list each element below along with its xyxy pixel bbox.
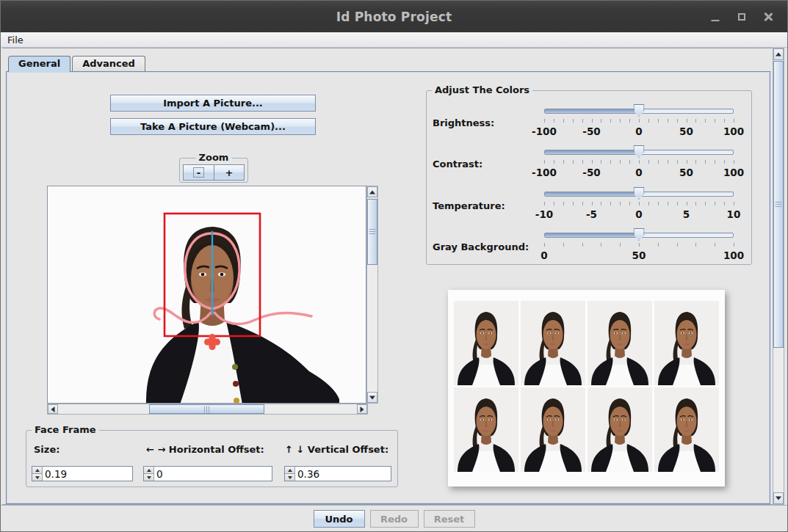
- contrast-label: Contrast:: [433, 158, 482, 170]
- scroll-left-button[interactable]: [48, 404, 58, 414]
- slider-tick: [601, 160, 601, 164]
- slider-tick: [544, 119, 545, 123]
- import-picture-button[interactable]: Import A Picture...: [110, 95, 316, 112]
- slider-brightness: Brightness: -100-50050100: [427, 101, 751, 142]
- app-vscroll-thumb[interactable]: [773, 61, 784, 348]
- photo-canvas[interactable]: [47, 186, 366, 404]
- minimize-button[interactable]: [702, 6, 729, 28]
- take-picture-webcam-button[interactable]: Take A Picture (Webcam)...: [110, 118, 316, 135]
- tab-advanced[interactable]: Advanced: [72, 56, 145, 71]
- contrast-slider-thumb[interactable]: [634, 145, 645, 158]
- horizontal-offset-input[interactable]: [154, 467, 272, 481]
- slider-tick-label: 100: [723, 125, 744, 137]
- menu-file[interactable]: File: [1, 33, 30, 47]
- gray-background-slider-thumb[interactable]: [634, 228, 645, 241]
- image-vscroll-thumb[interactable]: [367, 199, 377, 265]
- sheet-photo: [588, 301, 652, 385]
- photo-portrait: [48, 186, 366, 404]
- scroll-right-button[interactable]: [357, 404, 367, 414]
- app-vertical-scrollbar[interactable]: [773, 48, 784, 505]
- slider-tick: [573, 202, 574, 205]
- slider-tick: [648, 160, 649, 164]
- scroll-up-button[interactable]: [367, 186, 377, 197]
- spinner-up-button[interactable]: [32, 467, 42, 474]
- slider-tick: [658, 160, 659, 164]
- zoom-in-button[interactable]: +: [214, 164, 245, 181]
- slider-tick: [668, 119, 668, 123]
- slider-tick-label: -50: [582, 167, 600, 178]
- slider-tick: [544, 202, 545, 205]
- gray-background-label: Gray Background:: [433, 241, 529, 252]
- size-label: Size:: [34, 444, 59, 455]
- slider-tick: [554, 202, 554, 205]
- spinner-down-button[interactable]: [144, 474, 153, 481]
- slider-tick: [658, 119, 659, 123]
- spinner-up-button[interactable]: [285, 467, 294, 474]
- temperature-label: Temperature:: [433, 200, 505, 211]
- slider-tick-label: -5: [586, 208, 597, 220]
- zoom-buttons: - +: [183, 164, 245, 181]
- close-icon: [764, 12, 773, 21]
- image-vertical-scrollbar[interactable]: [366, 186, 378, 404]
- scroll-up-button[interactable]: [773, 48, 784, 60]
- slider-tick: [639, 202, 640, 205]
- slider-tick: [592, 202, 593, 205]
- slider-tick: [573, 119, 574, 123]
- slider-tick: [715, 202, 715, 205]
- slider-tick: [601, 119, 601, 123]
- slider-tick: [695, 202, 696, 205]
- slider-tick: [658, 243, 659, 247]
- slider-tick: [601, 243, 601, 247]
- image-panel: [47, 186, 378, 415]
- tab-general[interactable]: General: [8, 56, 71, 72]
- slider-tick: [639, 243, 640, 247]
- slider-tick: [639, 160, 640, 164]
- slider-tick: [620, 202, 621, 205]
- slider-tick: [677, 243, 678, 247]
- zoom-out-button[interactable]: -: [183, 164, 214, 181]
- slider-tick: [695, 119, 696, 123]
- vertical-offset-input[interactable]: [295, 467, 391, 481]
- slider-tick: [734, 202, 734, 205]
- slider-tick: [734, 160, 734, 164]
- slider-tick: [601, 202, 601, 205]
- slider-tick: [687, 160, 687, 164]
- slider-tick-label: 0: [635, 125, 642, 137]
- size-input[interactable]: [43, 467, 132, 481]
- slider-tick: [695, 243, 696, 247]
- reset-button: Reset: [424, 510, 475, 528]
- slider-tick: [705, 202, 706, 205]
- vertical-offset-spinner: [284, 466, 391, 481]
- face-frame-group-title: Face Frame: [32, 424, 99, 435]
- spinner-down-button[interactable]: [32, 474, 42, 481]
- slider-tick: [677, 119, 678, 123]
- slider-tick: [715, 160, 715, 164]
- close-button[interactable]: [755, 6, 781, 28]
- horizontal-offset-spinner: [143, 466, 272, 481]
- temperature-slider-thumb[interactable]: [634, 187, 645, 200]
- sheet-photo: [654, 301, 719, 385]
- window-title: Id Photo Project: [1, 10, 787, 24]
- scroll-down-button[interactable]: [773, 492, 784, 504]
- minimize-icon: [712, 20, 720, 21]
- slider-tick: [610, 160, 611, 164]
- spinner-down-button[interactable]: [285, 474, 294, 481]
- image-hscroll-thumb[interactable]: [149, 404, 264, 414]
- print-sheet: [448, 290, 725, 487]
- slider-tick: [629, 202, 630, 205]
- brightness-slider-thumb[interactable]: [634, 104, 645, 117]
- spinner-up-button[interactable]: [144, 467, 153, 474]
- undo-button[interactable]: Undo: [314, 510, 365, 528]
- slider-tick: [705, 119, 706, 123]
- app-window: Id Photo Project File General Advanced I…: [0, 0, 788, 532]
- slider-tick: [563, 160, 564, 164]
- slider-tick-label: 0: [635, 208, 642, 220]
- maximize-button[interactable]: [729, 6, 755, 28]
- image-horizontal-scrollbar[interactable]: [47, 404, 368, 415]
- slider-tick-label: 0: [541, 249, 547, 261]
- scroll-down-button[interactable]: [367, 392, 377, 403]
- slider-tick: [563, 202, 564, 205]
- slider-tick-label: 50: [632, 249, 646, 261]
- slider-tick-label: -100: [532, 167, 557, 178]
- slider-tick: [687, 202, 687, 205]
